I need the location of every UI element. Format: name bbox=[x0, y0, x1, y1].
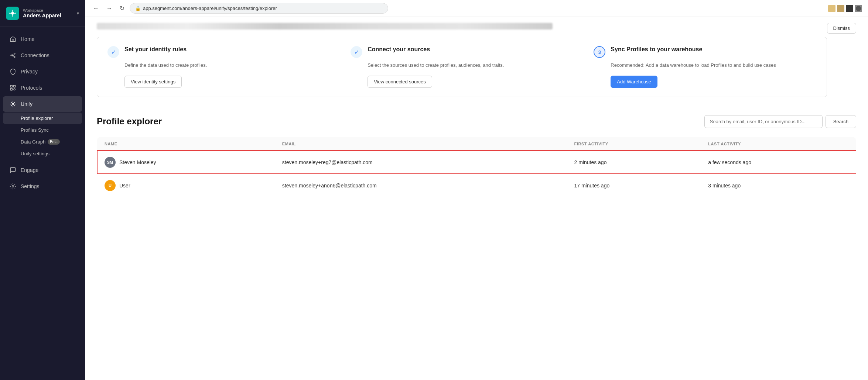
sidebar-item-unify[interactable]: Unify bbox=[3, 96, 82, 112]
beta-badge: Beta bbox=[48, 139, 60, 145]
col-header-last-activity: LAST ACTIVITY bbox=[701, 137, 856, 151]
sidebar-item-home[interactable]: Home bbox=[3, 31, 82, 47]
profile-name: User bbox=[119, 183, 130, 189]
sidebar: Workspace Anders Apparel ▾ Home Connecti… bbox=[0, 0, 85, 380]
explorer-header: Profile explorer Search bbox=[97, 115, 856, 128]
sidebar-item-engage[interactable]: Engage bbox=[3, 162, 82, 178]
svg-rect-5 bbox=[14, 85, 16, 87]
search-button[interactable]: Search bbox=[826, 115, 856, 128]
step-identity-rules: ✓ Set your identity rules Define the dat… bbox=[97, 37, 340, 97]
step-connect-sources: ✓ Connect your sources Select the source… bbox=[340, 37, 583, 97]
onboarding-steps: ✓ Set your identity rules Define the dat… bbox=[97, 37, 827, 97]
sidebar-sub-item-unify-settings[interactable]: Unify settings bbox=[3, 148, 82, 159]
col-header-name: NAME bbox=[97, 137, 275, 151]
step2-title: Connect your sources bbox=[368, 46, 430, 53]
search-container: Search bbox=[704, 115, 856, 128]
cell-first-activity: 17 minutes ago bbox=[567, 174, 701, 197]
step3-title: Sync Profiles to your warehouse bbox=[611, 46, 702, 53]
step3-icon: 3 bbox=[594, 46, 605, 58]
profile-explorer-section: Profile explorer Search NAME EMAIL FIRST… bbox=[85, 103, 868, 209]
engage-icon bbox=[9, 166, 17, 174]
settings-icon bbox=[9, 182, 17, 190]
svg-rect-4 bbox=[10, 85, 12, 87]
home-icon bbox=[9, 35, 17, 43]
profile-explorer-label: Profile explorer bbox=[21, 115, 53, 121]
cell-last-activity: a few seconds ago bbox=[701, 151, 856, 174]
onboarding-banner: Dismiss ✓ Set your identity rules Define… bbox=[85, 17, 868, 103]
svg-rect-6 bbox=[10, 89, 12, 90]
profiles-table: NAME EMAIL FIRST ACTIVITY LAST ACTIVITY … bbox=[97, 137, 856, 197]
sidebar-sub-item-data-graph[interactable]: Data Graph Beta bbox=[3, 136, 82, 148]
step1-icon: ✓ bbox=[107, 46, 119, 58]
extension-icon-2[interactable] bbox=[837, 5, 844, 12]
svg-point-8 bbox=[12, 186, 14, 187]
sidebar-item-privacy[interactable]: Privacy bbox=[3, 64, 82, 79]
step1-description: Define the data used to create profiles. bbox=[107, 62, 329, 69]
chevron-down-icon: ▾ bbox=[77, 11, 79, 16]
col-header-email: EMAIL bbox=[275, 137, 567, 151]
cell-name: SM Steven Moseley bbox=[97, 151, 275, 174]
profile-name: Steven Moseley bbox=[119, 159, 156, 165]
sidebar-navigation: Home Connections Privacy Protocols bbox=[0, 27, 85, 380]
workspace-selector[interactable]: Workspace Anders Apparel ▾ bbox=[0, 0, 85, 27]
sidebar-item-protocols[interactable]: Protocols bbox=[3, 80, 82, 96]
step2-icon: ✓ bbox=[351, 46, 362, 58]
step1-title: Set your identity rules bbox=[124, 46, 187, 53]
view-identity-settings-button[interactable]: View identity settings bbox=[124, 76, 182, 88]
page-content: Dismiss ✓ Set your identity rules Define… bbox=[85, 17, 868, 209]
sidebar-label-connections: Connections bbox=[21, 52, 49, 58]
cell-first-activity: 2 minutes ago bbox=[567, 151, 701, 174]
step3-description: Recommended: Add a data warehouse to loa… bbox=[594, 62, 816, 69]
step-sync-profiles: 3 Sync Profiles to your warehouse Recomm… bbox=[583, 37, 826, 97]
privacy-icon bbox=[9, 68, 17, 76]
profile-avatar[interactable] bbox=[855, 5, 862, 12]
sidebar-sub-item-profiles-sync[interactable]: Profiles Sync bbox=[3, 124, 82, 136]
sidebar-sub-item-profile-explorer[interactable]: Profile explorer bbox=[3, 113, 82, 124]
table-row[interactable]: SM Steven Moseley steven.moseley+reg7@el… bbox=[97, 151, 856, 174]
address-bar[interactable]: 🔒 app.segment.com/anders-apparel/unify/s… bbox=[130, 3, 388, 14]
table-row[interactable]: U User steven.moseley+anon6@elasticpath.… bbox=[97, 174, 856, 197]
workspace-label: Workspace bbox=[23, 8, 77, 13]
add-warehouse-button[interactable]: Add Warehouse bbox=[611, 76, 657, 88]
cell-name: U User bbox=[97, 174, 275, 197]
data-graph-label: Data Graph bbox=[21, 139, 45, 145]
svg-point-2 bbox=[14, 53, 15, 54]
sidebar-label-home: Home bbox=[21, 36, 34, 42]
back-button[interactable]: ← bbox=[91, 4, 101, 13]
workspace-icon bbox=[6, 7, 19, 20]
browser-topbar: ← → ↻ 🔒 app.segment.com/anders-apparel/u… bbox=[85, 0, 868, 17]
cell-last-activity: 3 minutes ago bbox=[701, 174, 856, 197]
dismiss-button[interactable]: Dismiss bbox=[827, 23, 857, 34]
cell-email: steven.moseley+reg7@elasticpath.com bbox=[275, 151, 567, 174]
svg-point-3 bbox=[14, 56, 15, 58]
view-connected-sources-button[interactable]: View connected sources bbox=[368, 76, 432, 88]
search-input[interactable] bbox=[704, 115, 823, 128]
col-header-first-activity: FIRST ACTIVITY bbox=[567, 137, 701, 151]
connections-icon bbox=[9, 51, 17, 59]
unify-settings-label: Unify settings bbox=[21, 151, 49, 156]
unify-icon bbox=[9, 100, 17, 108]
cell-email: steven.moseley+anon6@elasticpath.com bbox=[275, 174, 567, 197]
svg-point-1 bbox=[11, 55, 12, 56]
browser-actions bbox=[828, 5, 862, 12]
extension-icon-3[interactable] bbox=[846, 5, 853, 12]
sidebar-label-protocols: Protocols bbox=[21, 85, 42, 91]
page-title: Profile explorer bbox=[97, 116, 162, 127]
avatar: U bbox=[105, 180, 116, 191]
avatar: SM bbox=[105, 157, 116, 168]
protocols-icon bbox=[9, 84, 17, 92]
svg-point-7 bbox=[12, 103, 14, 105]
sidebar-item-settings[interactable]: Settings bbox=[3, 179, 82, 194]
sidebar-label-settings: Settings bbox=[21, 183, 40, 189]
url-text: app.segment.com/anders-apparel/unify/spa… bbox=[143, 6, 277, 11]
sidebar-item-connections[interactable]: Connections bbox=[3, 48, 82, 63]
sidebar-label-unify: Unify bbox=[21, 101, 33, 107]
sidebar-label-engage: Engage bbox=[21, 167, 38, 173]
blur-decoration bbox=[97, 23, 553, 30]
workspace-name: Anders Apparel bbox=[23, 13, 77, 18]
refresh-button[interactable]: ↻ bbox=[117, 3, 127, 13]
forward-button[interactable]: → bbox=[104, 4, 115, 13]
extension-icon-1[interactable] bbox=[828, 5, 835, 12]
step2-description: Select the sources used to create profil… bbox=[351, 62, 573, 69]
main-content: ← → ↻ 🔒 app.segment.com/anders-apparel/u… bbox=[85, 0, 868, 380]
